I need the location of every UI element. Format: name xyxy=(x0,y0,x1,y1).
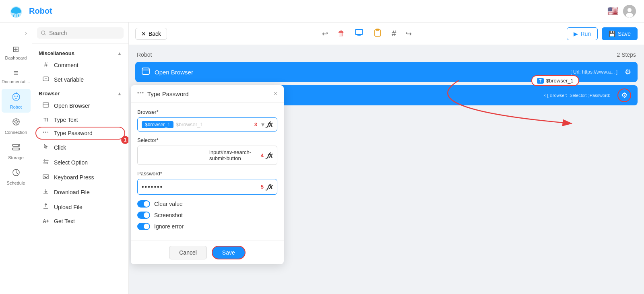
svg-rect-48 xyxy=(142,68,149,74)
keyboard-press-icon xyxy=(42,173,50,181)
search-input[interactable] xyxy=(49,30,120,36)
screenshot-toggle-row: Screenshot xyxy=(137,212,277,219)
panel-item-type-text[interactable]: Tt Type Text xyxy=(35,113,125,126)
sidebar-item-schedule[interactable]: Schedule xyxy=(2,165,31,189)
component-panel: Miscellaneous ▲ # Comment Set variable B… xyxy=(32,23,129,294)
comment-icon: # xyxy=(42,62,50,69)
selector-input-row[interactable]: input#nav-search-submit-button 4 𝑓x xyxy=(137,146,277,165)
open-browser-icon xyxy=(42,102,50,110)
open-browser-step-config: [ Url: https://www.a... ] xyxy=(386,69,617,75)
delete-icon[interactable]: 🗑 xyxy=(336,28,347,39)
svg-point-2 xyxy=(11,9,16,13)
ignore-error-toggle[interactable] xyxy=(137,223,150,230)
type-text-icon: Tt xyxy=(42,117,50,123)
modal-title: Type Password xyxy=(147,90,189,97)
panel-item-select-option[interactable]: Select Option xyxy=(35,155,125,170)
connection-icon xyxy=(12,117,21,128)
search-icon xyxy=(41,30,46,36)
sidebar-item-connection[interactable]: Connection xyxy=(2,114,31,138)
browser-tag: $browser_1 xyxy=(142,121,173,128)
set-variable-icon xyxy=(42,76,50,84)
toolbar: ✕ Back ↩ 🗑 # ↪ xyxy=(129,23,644,45)
schedule-icon xyxy=(12,168,21,179)
avatar[interactable] xyxy=(623,5,636,18)
annotation-number-1: 1 xyxy=(121,136,128,144)
svg-point-23 xyxy=(18,145,19,146)
svg-rect-36 xyxy=(45,176,46,177)
svg-rect-12 xyxy=(15,98,17,99)
svg-point-8 xyxy=(627,8,632,12)
open-browser-step-title: Open Browser xyxy=(155,69,386,76)
browser-input-row[interactable]: $browser_1 $browser_1 3 ▾ 𝑓x xyxy=(137,117,277,132)
clipboard-icon[interactable] xyxy=(372,27,384,41)
sidebar-item-documentation[interactable]: ≡ Documentati... xyxy=(2,65,31,87)
svg-point-16 xyxy=(15,121,17,123)
screenshot-label: Screenshot xyxy=(154,212,183,218)
selector-number-4: 4 xyxy=(261,152,264,158)
modal-save-button[interactable]: Save xyxy=(212,246,246,259)
run-icon: ▶ xyxy=(574,31,578,37)
storage-icon xyxy=(12,143,21,154)
browser-number-3: 3 xyxy=(254,121,257,127)
clear-value-toggle[interactable] xyxy=(137,200,150,208)
modal-cancel-button[interactable]: Cancel xyxy=(169,246,207,259)
password-input-row[interactable]: ••••••• 5 𝑓x xyxy=(137,179,277,195)
desktop-icon[interactable] xyxy=(353,27,365,41)
type-password-icon: *** xyxy=(42,131,50,136)
modal-close-button[interactable]: × xyxy=(274,90,277,97)
panel-item-comment[interactable]: # Comment xyxy=(35,58,125,72)
password-fx-button[interactable]: 𝑓x xyxy=(267,183,273,191)
panel-item-upload-file[interactable]: Upload File xyxy=(35,200,125,214)
select-option-icon xyxy=(42,158,50,167)
canvas-steps-count: 2 Steps xyxy=(617,51,636,58)
browser-fx-button[interactable]: 𝑓x xyxy=(267,120,273,129)
svg-rect-32 xyxy=(43,103,49,107)
panel-item-get-text[interactable]: A+ Get Text xyxy=(35,215,125,228)
panel-item-keyboard-press[interactable]: Keyboard Press xyxy=(35,170,125,185)
svg-point-14 xyxy=(16,92,17,93)
undo-icon[interactable]: ↩ xyxy=(320,28,330,40)
search-box xyxy=(32,23,128,44)
app-logo xyxy=(8,3,24,19)
save-button[interactable]: 💾 Save xyxy=(602,27,638,40)
redo-icon[interactable]: ↪ xyxy=(404,28,413,40)
sidebar-item-dashboard[interactable]: ⊞ Dashboard xyxy=(2,41,31,64)
type-password-modal: *** Type Password × Browser* xyxy=(131,85,284,264)
password-field-label: Password* xyxy=(137,171,277,177)
miscellaneous-toggle[interactable]: ▲ xyxy=(117,51,122,56)
selector-field-label: Selector* xyxy=(137,137,277,143)
svg-point-28 xyxy=(41,31,45,35)
collapse-sidebar-btn[interactable]: › xyxy=(22,27,30,39)
panel-item-type-password[interactable]: *** Type Password xyxy=(35,127,125,140)
selector-input[interactable] xyxy=(142,152,209,158)
type-password-step-config: × [ Browser: ;Selector: ;Password: xyxy=(382,93,610,98)
type-password-settings-icon[interactable]: ⚙ xyxy=(617,88,631,102)
browser-toggle[interactable]: ▲ xyxy=(117,91,122,97)
password-value-display: ••••••• xyxy=(142,183,261,191)
click-icon xyxy=(42,144,50,152)
sidebar-item-storage[interactable]: Storage xyxy=(2,140,31,163)
open-browser-step-icon xyxy=(142,67,150,77)
panel-item-set-variable[interactable]: Set variable xyxy=(35,72,125,87)
panel-item-download-file[interactable]: Download File xyxy=(35,185,125,199)
ignore-error-toggle-row: Ignore error xyxy=(137,223,277,230)
clear-value-label: Clear value xyxy=(154,201,183,207)
panel-item-click[interactable]: Click xyxy=(35,140,125,155)
documentation-icon: ≡ xyxy=(14,68,19,78)
browser-tag-t: T xyxy=(537,78,544,84)
panel-item-open-browser[interactable]: Open Browser xyxy=(35,99,125,113)
sidebar-item-robot[interactable]: Robot xyxy=(2,89,31,113)
screenshot-toggle[interactable] xyxy=(137,212,150,219)
svg-point-24 xyxy=(18,149,19,150)
hash-icon[interactable]: # xyxy=(390,27,398,40)
back-button[interactable]: ✕ Back xyxy=(135,28,167,40)
svg-point-10 xyxy=(14,96,15,97)
browser-dropdown-icon[interactable]: ▾ xyxy=(261,121,264,128)
app-title: Robot xyxy=(29,6,52,16)
canvas-title: Robot xyxy=(137,51,152,58)
clear-value-toggle-row: Clear value xyxy=(137,200,277,208)
svg-rect-35 xyxy=(44,176,45,177)
selector-fx-button[interactable]: 𝑓x xyxy=(267,151,273,160)
open-browser-settings-icon[interactable]: ⚙ xyxy=(625,68,631,76)
run-button[interactable]: ▶ Run xyxy=(567,27,598,40)
